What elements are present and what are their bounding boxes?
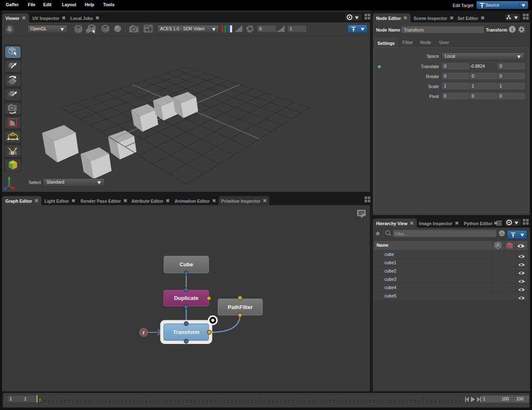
svg-text:PathFilter: PathFilter	[228, 304, 253, 310]
svg-text:Duplicate: Duplicate	[174, 295, 199, 301]
svg-text:Source: Source	[485, 2, 499, 7]
svg-text:r: r	[143, 330, 145, 336]
svg-text:Transform: Transform	[173, 329, 200, 335]
svg-text:Cube: Cube	[180, 261, 193, 268]
